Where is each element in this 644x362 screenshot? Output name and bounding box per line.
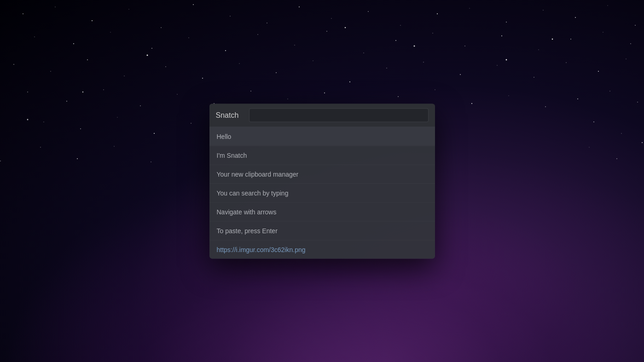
clipboard-item[interactable]: I'm Snatch <box>209 145 435 164</box>
svg-point-50 <box>497 65 498 66</box>
svg-point-66 <box>435 89 435 90</box>
svg-point-5 <box>193 4 194 5</box>
svg-point-86 <box>589 147 590 148</box>
svg-point-67 <box>471 103 472 104</box>
background: Snatch HelloI'm SnatchYour new clipboard… <box>0 0 644 362</box>
svg-point-63 <box>324 92 325 93</box>
svg-point-49 <box>460 74 461 75</box>
svg-point-6 <box>230 16 230 16</box>
svg-point-33 <box>538 49 539 50</box>
svg-point-18 <box>635 25 635 25</box>
svg-point-90 <box>506 59 507 61</box>
svg-point-54 <box>626 59 627 59</box>
svg-point-53 <box>598 71 599 72</box>
svg-point-80 <box>77 158 78 159</box>
svg-point-20 <box>73 43 74 44</box>
svg-point-12 <box>437 13 438 14</box>
svg-point-21 <box>110 32 111 33</box>
clipboard-item[interactable]: Hello <box>209 126 435 145</box>
svg-point-27 <box>326 31 327 32</box>
svg-point-3 <box>129 9 129 10</box>
svg-point-22 <box>151 48 152 49</box>
svg-point-56 <box>66 101 67 102</box>
snatch-header: Snatch <box>209 103 435 126</box>
svg-point-65 <box>398 96 399 97</box>
svg-point-94 <box>27 119 29 121</box>
svg-point-9 <box>331 18 332 19</box>
svg-point-8 <box>299 6 300 7</box>
svg-point-42 <box>202 78 203 79</box>
svg-point-76 <box>154 133 155 134</box>
svg-point-62 <box>287 98 288 99</box>
svg-point-34 <box>570 39 571 40</box>
svg-point-89 <box>345 27 346 29</box>
svg-point-28 <box>363 52 364 53</box>
svg-point-72 <box>637 102 638 103</box>
svg-point-71 <box>609 91 610 91</box>
svg-point-81 <box>114 146 115 147</box>
svg-point-38 <box>50 71 51 71</box>
svg-point-11 <box>400 25 400 25</box>
svg-point-59 <box>177 94 178 95</box>
svg-point-41 <box>165 66 166 67</box>
svg-point-46 <box>349 81 350 82</box>
svg-point-70 <box>577 98 578 99</box>
clipboard-item[interactable]: https://i.imgur.com/3c62ikn.png <box>209 240 435 259</box>
svg-point-93 <box>552 39 553 40</box>
search-input[interactable] <box>249 108 429 122</box>
snatch-window: Snatch HelloI'm SnatchYour new clipboard… <box>209 103 435 259</box>
svg-point-43 <box>239 63 239 63</box>
svg-point-61 <box>250 91 251 91</box>
svg-point-7 <box>267 23 267 23</box>
svg-point-19 <box>34 36 35 37</box>
svg-point-40 <box>124 76 125 76</box>
svg-point-37 <box>13 64 14 65</box>
svg-point-47 <box>386 68 387 68</box>
svg-point-68 <box>509 96 509 96</box>
svg-point-75 <box>117 117 118 118</box>
clipboard-list: HelloI'm SnatchYour new clipboard manage… <box>209 126 435 259</box>
svg-point-84 <box>621 133 621 133</box>
svg-point-92 <box>414 46 415 47</box>
svg-point-51 <box>534 77 534 78</box>
svg-point-74 <box>80 128 81 129</box>
svg-point-24 <box>225 50 226 51</box>
svg-point-39 <box>87 59 88 60</box>
svg-point-79 <box>40 147 41 147</box>
svg-point-58 <box>140 105 141 106</box>
svg-point-14 <box>506 22 507 23</box>
svg-point-45 <box>313 61 313 61</box>
svg-point-85 <box>642 142 643 143</box>
svg-point-17 <box>608 6 608 6</box>
svg-point-83 <box>593 121 594 122</box>
svg-point-82 <box>151 161 151 162</box>
svg-point-31 <box>464 46 465 46</box>
svg-point-77 <box>191 123 191 123</box>
svg-point-91 <box>82 92 83 92</box>
svg-point-0 <box>23 13 23 14</box>
svg-point-88 <box>147 55 148 56</box>
svg-point-1 <box>55 6 55 7</box>
svg-point-44 <box>276 72 277 73</box>
clipboard-item[interactable]: Navigate with arrows <box>209 202 435 221</box>
svg-point-36 <box>630 43 631 44</box>
clipboard-item[interactable]: To paste, press Enter <box>209 221 435 240</box>
svg-point-16 <box>575 17 576 18</box>
svg-point-10 <box>368 11 368 11</box>
svg-point-48 <box>423 62 424 62</box>
svg-point-25 <box>257 34 258 34</box>
clipboard-item[interactable]: You can search by typing <box>209 183 435 202</box>
svg-point-2 <box>92 20 93 21</box>
svg-point-73 <box>43 121 44 122</box>
app-title: Snatch <box>216 111 244 119</box>
svg-point-35 <box>603 32 603 33</box>
svg-point-29 <box>395 40 396 41</box>
svg-point-55 <box>27 92 28 92</box>
svg-point-52 <box>566 62 566 63</box>
svg-point-87 <box>616 158 617 159</box>
svg-point-69 <box>545 106 545 107</box>
svg-point-13 <box>470 8 470 9</box>
svg-point-78 <box>0 161 1 161</box>
svg-point-32 <box>501 35 502 36</box>
clipboard-item[interactable]: Your new clipboard manager <box>209 164 435 183</box>
